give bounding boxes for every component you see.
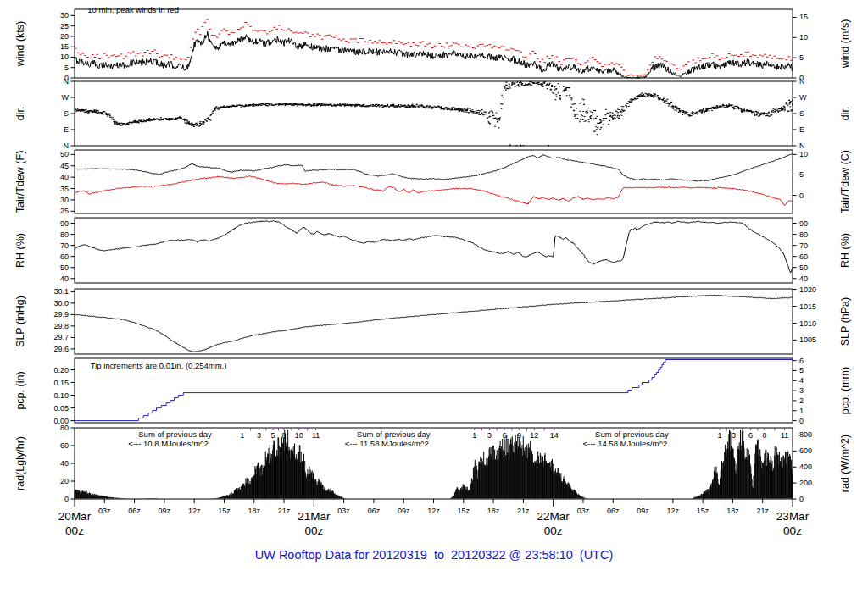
dir-right-tick-label: W [799, 93, 807, 102]
rad-mjoule-mark: 3 [732, 431, 736, 440]
rad-mjoule-mark: 10 [295, 431, 303, 440]
x-minor-label: 09z [159, 507, 171, 515]
rh-left-axis-label: RH (%) [14, 233, 26, 268]
rad-left-axis-label: rad(Lgly/hr) [14, 436, 26, 490]
rad-mjoule-mark: 6 [748, 431, 753, 440]
wind-right-tick-label: 5 [799, 53, 804, 62]
rad-left-tick-label: 80 [60, 424, 69, 432]
rad-mjoule-mark: 11 [312, 431, 320, 440]
rh-border [75, 218, 793, 283]
temp-left-axis-label: Tair/Tdew (F) [14, 151, 26, 213]
temp-left-tick-label: 50 [60, 150, 69, 158]
rh-left-tick-label: 50 [60, 263, 69, 272]
pcp-right-tick-label: 0 [799, 417, 804, 425]
pcp-right-tick-label: 5 [799, 366, 804, 374]
slp-left-tick-label: 29.8 [53, 322, 69, 330]
panel-slp: 29.629.729.829.930.030.11005101010151020… [14, 285, 851, 354]
dir-left-tick-label: W [62, 93, 70, 102]
wind-left-tick-label: 5 [64, 64, 69, 72]
panel-temp: 2530354045500510Tair/Tdew (F)Tair/Tdew (… [14, 150, 851, 215]
rh-left-tick-label: 80 [60, 230, 69, 239]
x-minor-label: 18z [487, 507, 500, 515]
x-day-hour-label: 00z [544, 524, 563, 537]
rad-sum-annotation-0: <--- 10.8 MJoules/m^2 [128, 439, 208, 448]
wind-mean-series [75, 31, 793, 78]
rh-right-tick-label: 50 [799, 263, 808, 272]
wind-left-axis-label: wind (kts) [14, 21, 26, 67]
rad-sum-annotation-2: <--- 14.58 MJoules/m^2 [582, 439, 667, 448]
rad-sum-annotation-1: <--- 11.58 MJoules/m^2 [345, 439, 429, 448]
pcp-left-axis-label: pcp. (in) [14, 371, 26, 409]
rad-mjoule-mark: 14 [550, 431, 559, 440]
x-minor-label: 18z [248, 507, 260, 515]
temp-right-axis-label: Tair/Tdew (C) [839, 150, 851, 213]
dir-left-tick-label: N [64, 77, 70, 86]
x-day-label: 21Mar [298, 510, 331, 523]
rad-left-tick-label: 0 [64, 495, 69, 503]
x-day-hour-label: 00z [304, 524, 323, 537]
rh-right-tick-label: 60 [799, 252, 808, 261]
rad-mjoule-mark: 1 [718, 431, 722, 440]
x-minor-label: 03z [577, 507, 590, 515]
dir-right-tick-label: S [799, 109, 804, 118]
rad-mjoule-mark: 5 [271, 431, 275, 440]
panel-rad: 0204060800200400600800rad(Lgly/hr)rad (W… [14, 424, 851, 503]
x-minor-label: 12z [188, 507, 201, 515]
x-minor-label: 15z [458, 507, 470, 515]
wind-left-tick-label: 10 [60, 53, 69, 61]
wind-right-axis-label: wind (m/s) [839, 19, 851, 69]
x-minor-label: 06z [368, 507, 381, 515]
rad-mjoule-mark: 8 [282, 431, 287, 440]
rad-left-tick-label: 40 [60, 459, 69, 468]
x-day-hour-label: 00z [783, 524, 802, 537]
panel-wind: 051015202530051015wind (kts)wind (m/s)10… [14, 5, 851, 82]
rad-right-axis-label: rad (W/m^2) [839, 435, 851, 492]
pcp-left-tick-label: 0.20 [53, 366, 69, 374]
dir-right-tick-label: E [799, 125, 804, 134]
x-minor-label: 09z [398, 507, 410, 515]
rad-mjoule-mark: 9 [517, 431, 521, 440]
x-day-label: 23Mar [776, 510, 810, 523]
pcp-right-axis-label: pcp. (mm) [839, 367, 851, 414]
rad-left-tick-label: 60 [60, 441, 69, 450]
pcp-left-tick-label: 0.15 [53, 379, 69, 387]
wind-right-tick-label: 10 [799, 33, 808, 42]
temp-right-tick-label: 0 [799, 191, 804, 200]
rad-sum-annotation-0: Sum of previous day [138, 430, 212, 439]
x-day-hour-label: 00z [65, 524, 84, 537]
rad-sum-annotation-2: Sum of previous day [595, 430, 669, 439]
relative-humidity-series [75, 221, 793, 273]
slp-left-tick-label: 29.7 [53, 333, 69, 341]
dir-left-tick-label: E [64, 125, 69, 134]
pcp-left-tick-label: 0.10 [53, 391, 69, 400]
meteogram-chart: 051015202530051015wind (kts)wind (m/s)10… [0, 0, 868, 593]
temp-right-tick-label: 10 [799, 150, 808, 158]
pcp-right-tick-label: 2 [799, 396, 804, 405]
x-minor-label: 12z [427, 507, 440, 515]
x-minor-label: 09z [637, 507, 649, 515]
rad-right-tick-label: 600 [799, 446, 812, 455]
slp-left-tick-label: 29.6 [53, 345, 69, 353]
rh-right-tick-label: 40 [799, 274, 808, 283]
tair-series [75, 153, 793, 181]
wind-left-tick-label: 30 [60, 11, 69, 19]
rad-mjoule-mark: 8 [763, 431, 767, 440]
slp-right-axis-label: SLP (hPa) [839, 297, 851, 346]
x-minor-label: 18z [726, 507, 739, 515]
pcp-right-tick-label: 4 [799, 376, 804, 385]
rad-mjoule-mark: 11 [781, 431, 788, 440]
sea-level-pressure-series [75, 295, 793, 352]
rad-left-tick-label: 20 [60, 477, 69, 485]
rh-right-tick-label: 80 [799, 230, 808, 239]
rh-left-tick-label: 90 [60, 219, 69, 228]
rh-left-tick-label: 70 [60, 241, 69, 250]
temp-left-tick-label: 25 [60, 207, 69, 215]
x-minor-label: 15z [697, 507, 709, 515]
pcp-right-tick-label: 3 [799, 386, 804, 395]
dir-left-tick-label: N [64, 141, 70, 150]
rad-mjoule-mark: 3 [257, 431, 261, 440]
rad-right-tick-label: 400 [799, 463, 812, 471]
rad-mjoule-mark: 1 [472, 431, 476, 440]
temp-left-tick-label: 40 [60, 173, 69, 181]
rh-right-tick-label: 70 [799, 241, 808, 250]
